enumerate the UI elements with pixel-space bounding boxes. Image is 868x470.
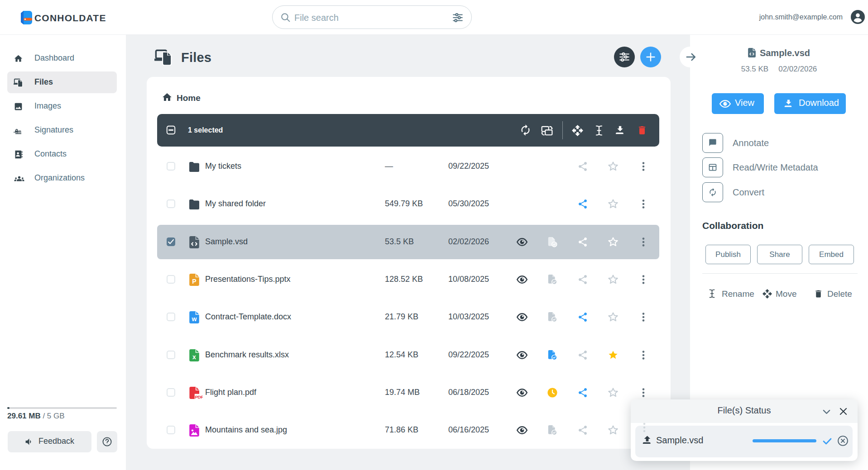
svg-text:w: w xyxy=(192,315,197,323)
svg-text:x: x xyxy=(192,353,196,361)
svg-text:PDF: PDF xyxy=(195,394,203,399)
svg-text:P: P xyxy=(192,278,196,285)
